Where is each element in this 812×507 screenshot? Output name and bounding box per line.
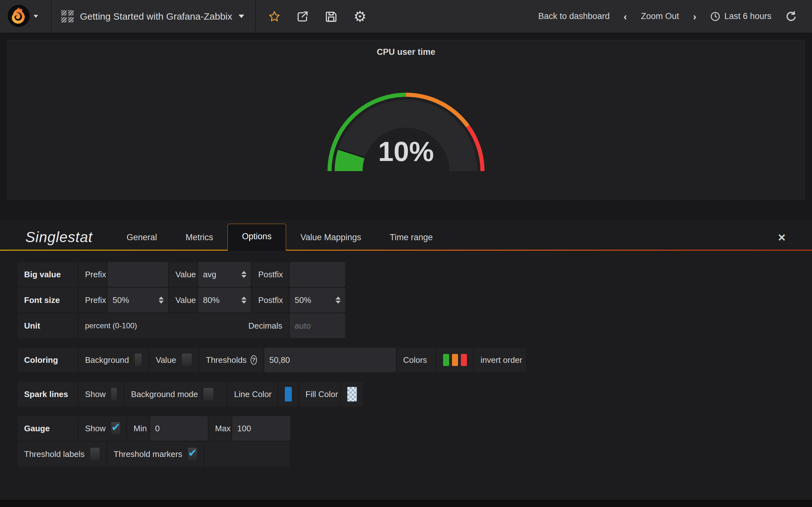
coloring-row: Coloring Background Value Thresholds ?	[18, 348, 812, 372]
unit-label: Unit	[18, 314, 78, 338]
value-size-selected: 80%	[203, 295, 219, 305]
threshold-labels-checkbox[interactable]	[90, 447, 100, 461]
time-range-label: Last 6 hours	[724, 11, 771, 21]
options-form: Big value Prefix Value avg Postfix	[0, 250, 812, 466]
postfix-input[interactable]	[295, 262, 340, 287]
close-editor-button[interactable]: ✕	[777, 232, 786, 244]
line-color-label: Line Color	[228, 382, 277, 406]
font-prefix-label: Prefix	[79, 288, 107, 313]
editor-header: Singlestat General Metrics Options Value…	[0, 220, 812, 250]
refresh-icon	[785, 11, 797, 22]
grafana-logo-menu[interactable]	[0, 0, 52, 33]
coloring-background-checkbox[interactable]	[134, 353, 142, 367]
gauge-value-text: 10%	[378, 135, 434, 167]
font-postfix-label: Postfix	[252, 288, 289, 313]
green-swatch[interactable]	[443, 354, 449, 366]
select-arrows-icon	[336, 297, 341, 303]
back-to-dashboard-button[interactable]: Back to dashboard	[538, 11, 610, 21]
red-swatch[interactable]	[461, 354, 467, 366]
select-arrows-icon	[241, 271, 247, 278]
background-mode-cell: Background mode	[125, 382, 227, 406]
save-icon	[325, 10, 338, 23]
big-value-row: Big value Prefix Value avg Postfix	[18, 262, 812, 287]
dashboard-title-menu[interactable]: Getting Started with Grafana-Zabbix	[52, 0, 255, 33]
colors-swatches-cell	[437, 348, 473, 372]
max-input[interactable]	[237, 416, 285, 441]
value-size-select[interactable]: 80%	[198, 288, 251, 313]
checkmark-icon: ✔	[111, 422, 120, 433]
coloring-background-cell: Background	[79, 348, 148, 372]
footer-strip	[0, 500, 812, 507]
decimals-label: Decimals	[248, 321, 282, 331]
sparklines-show-label: Show	[85, 389, 106, 399]
invert-order-button[interactable]: invert order	[474, 348, 526, 372]
colors-label: Colors	[397, 348, 436, 372]
fill-color-label: Fill Color	[299, 382, 340, 406]
coloring-value-cell: Value	[149, 348, 199, 372]
tab-time-range[interactable]: Time range	[375, 225, 447, 250]
value-stat-select[interactable]: avg	[198, 262, 251, 287]
font-value-label: Value	[169, 288, 197, 313]
select-arrows-icon	[241, 297, 247, 303]
tab-general[interactable]: General	[112, 225, 171, 250]
sparklines-show-cell: Show	[79, 382, 124, 406]
background-mode-checkbox[interactable]	[203, 388, 214, 401]
max-input-cell	[232, 416, 290, 441]
panel-type-title: Singlestat	[26, 228, 93, 245]
prefix-input[interactable]	[113, 262, 163, 287]
thresholds-input[interactable]	[269, 348, 391, 372]
threshold-markers-label: Threshold markers	[113, 449, 183, 459]
big-value-label: Big value	[18, 262, 78, 287]
fill-color-cell	[341, 382, 363, 406]
logo-caret-icon	[34, 15, 38, 18]
unit-row: Unit percent (0-100) Decimals	[18, 314, 812, 338]
zoom-out-button[interactable]: Zoom Out	[641, 11, 679, 21]
min-input-cell	[150, 416, 208, 441]
value-label: Value	[169, 262, 197, 287]
star-button[interactable]	[268, 10, 281, 22]
min-input[interactable]	[155, 416, 203, 441]
time-range-button[interactable]: Last 6 hours	[710, 11, 771, 21]
gauge-chart: 10%	[323, 85, 489, 180]
coloring-background-label: Background	[85, 355, 129, 365]
threshold-markers-checkbox[interactable]: ✔	[188, 447, 197, 461]
singlestat-panel: CPU user time 10%	[7, 40, 805, 200]
tab-value-mappings[interactable]: Value Mappings	[286, 225, 375, 250]
settings-button[interactable]: ⚙	[353, 9, 366, 24]
gauge-row: Gauge Show ✔ Min Max	[18, 416, 812, 441]
fill-color-swatch[interactable]	[347, 387, 357, 401]
min-label: Min	[127, 416, 149, 441]
decimals-input-cell	[290, 314, 345, 338]
sparklines-show-checkbox[interactable]	[111, 388, 117, 401]
coloring-value-checkbox[interactable]	[182, 353, 192, 367]
share-button[interactable]	[296, 10, 309, 23]
tab-metrics[interactable]: Metrics	[171, 225, 227, 250]
threshold-options-row: Threshold labels Threshold markers ✔	[18, 442, 812, 466]
orange-swatch[interactable]	[452, 354, 458, 366]
unit-value-link[interactable]: percent (0-100)	[85, 321, 137, 330]
grafana-logo-icon	[7, 4, 31, 29]
line-color-swatch[interactable]	[285, 387, 292, 401]
empty-cell	[205, 442, 290, 466]
decimals-input[interactable]	[295, 314, 340, 338]
navbar-actions: ⚙	[255, 0, 379, 33]
refresh-button[interactable]	[785, 11, 797, 22]
prefix-label: Prefix	[79, 262, 107, 287]
thresholds-help-icon[interactable]: ?	[251, 355, 257, 365]
gauge-show-checkbox[interactable]: ✔	[111, 422, 120, 435]
postfix-size-selected: 50%	[295, 295, 311, 305]
time-shift-right-button[interactable]: ›	[693, 11, 697, 21]
prefix-input-cell	[107, 262, 168, 287]
line-color-cell	[278, 382, 298, 406]
navbar: Getting Started with Grafana-Zabbix	[0, 0, 812, 33]
value-stat-selected: avg	[203, 270, 216, 279]
time-shift-left-button[interactable]: ‹	[623, 11, 627, 21]
tab-options[interactable]: Options	[227, 224, 286, 250]
gauge-show-label: Show	[85, 424, 106, 434]
checkmark-icon: ✔	[188, 447, 197, 458]
prefix-size-select[interactable]: 50%	[107, 288, 168, 313]
threshold-labels-label: Threshold labels	[24, 449, 85, 459]
panel-title[interactable]: CPU user time	[377, 47, 436, 57]
save-button[interactable]	[325, 10, 338, 23]
postfix-size-select[interactable]: 50%	[290, 288, 345, 313]
